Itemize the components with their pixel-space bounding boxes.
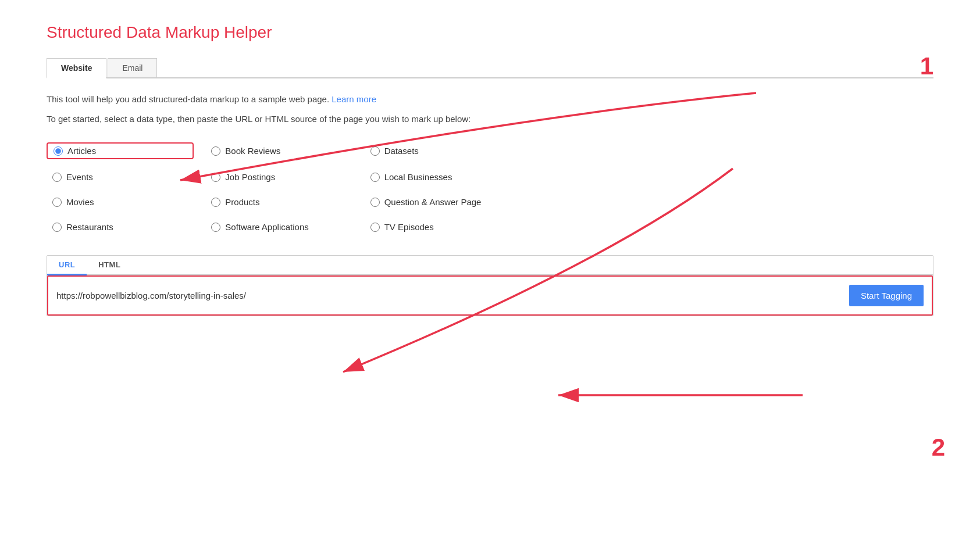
radio-movies-input[interactable] [52, 198, 62, 207]
description-static: This tool will help you add structured-d… [47, 94, 329, 104]
radio-datasets-input[interactable] [370, 146, 380, 156]
url-input-row: Start Tagging [47, 275, 933, 316]
radio-events-input[interactable] [52, 173, 62, 182]
radio-products[interactable]: Products [205, 195, 352, 209]
radio-movies[interactable]: Movies [47, 195, 194, 209]
radio-events-label: Events [66, 172, 93, 182]
url-section: URL HTML Start Tagging [47, 255, 933, 316]
radio-book-reviews-input[interactable] [211, 146, 220, 156]
url-tabs: URL HTML [47, 256, 933, 275]
url-input[interactable] [56, 291, 843, 300]
radio-tv-episodes-input[interactable] [370, 223, 380, 232]
radio-local-businesses[interactable]: Local Businesses [365, 170, 512, 184]
radio-restaurants[interactable]: Restaurants [47, 220, 194, 234]
start-tagging-button[interactable]: Start Tagging [849, 285, 924, 306]
radio-products-label: Products [225, 197, 259, 207]
radio-articles-input[interactable] [54, 146, 63, 156]
tab-email[interactable]: Email [108, 58, 157, 77]
page-title: Structured Data Markup Helper [47, 23, 933, 42]
description-text: This tool will help you add structured-d… [47, 92, 933, 106]
radio-local-businesses-input[interactable] [370, 173, 380, 182]
radio-book-reviews[interactable]: Book Reviews [205, 142, 352, 159]
radio-software-applications-label: Software Applications [225, 222, 308, 232]
instruction-text: To get started, select a data type, then… [47, 112, 933, 126]
radio-datasets-label: Datasets [384, 146, 419, 156]
radio-products-input[interactable] [211, 198, 220, 207]
radio-local-businesses-label: Local Businesses [384, 172, 452, 182]
radio-datasets[interactable]: Datasets [365, 142, 512, 159]
radio-movies-label: Movies [66, 197, 94, 207]
radio-events[interactable]: Events [47, 170, 194, 184]
radio-articles-label: Articles [67, 146, 96, 156]
url-tab-url[interactable]: URL [47, 256, 87, 275]
radio-articles[interactable]: Articles [47, 142, 194, 159]
radio-question-answer-label: Question & Answer Page [384, 197, 482, 207]
radio-software-applications[interactable]: Software Applications [205, 220, 352, 234]
radio-restaurants-label: Restaurants [66, 222, 113, 232]
learn-more-link[interactable]: Learn more [332, 94, 376, 104]
radio-question-answer[interactable]: Question & Answer Page [365, 195, 512, 209]
radio-restaurants-input[interactable] [52, 223, 62, 232]
radio-software-applications-input[interactable] [211, 223, 220, 232]
tab-website[interactable]: Website [47, 58, 106, 78]
radio-job-postings-label: Job Postings [225, 172, 275, 182]
radio-job-postings-input[interactable] [211, 173, 220, 182]
radio-job-postings[interactable]: Job Postings [205, 170, 352, 184]
radio-tv-episodes-label: TV Episodes [384, 222, 434, 232]
main-tabs: Website Email [47, 58, 933, 78]
radio-book-reviews-label: Book Reviews [225, 146, 280, 156]
radio-question-answer-input[interactable] [370, 198, 380, 207]
radio-tv-episodes[interactable]: TV Episodes [365, 220, 512, 234]
url-tab-html[interactable]: HTML [87, 256, 132, 274]
data-type-grid: Articles Book Reviews Datasets Events Jo… [47, 142, 512, 234]
